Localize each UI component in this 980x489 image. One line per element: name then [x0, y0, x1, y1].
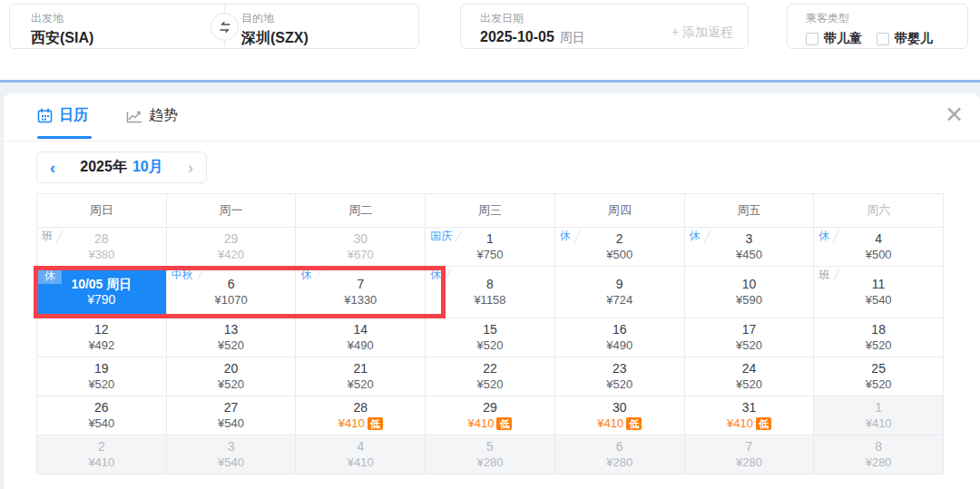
- month-navigator: ‹ 2025年10月 ›: [36, 152, 207, 183]
- calendar-cell[interactable]: 18¥520: [814, 318, 944, 357]
- cell-price: ¥410低: [597, 416, 642, 431]
- cell-price: ¥520: [606, 377, 632, 392]
- cell-date: 5: [486, 439, 494, 455]
- cell-price: ¥790: [87, 292, 115, 308]
- trend-icon: [126, 109, 142, 123]
- calendar-row: 班28¥38029¥42030¥670国庆1¥750休2¥500休3¥450休4…: [37, 228, 944, 267]
- checkbox-icon[interactable]: [877, 33, 889, 45]
- prev-month-button[interactable]: ‹: [50, 160, 55, 176]
- tab-trend[interactable]: 趋势: [126, 106, 178, 125]
- calendar-cell[interactable]: 17¥520: [685, 318, 815, 357]
- panel-tab-bar: 日历 趋势 ✕: [4, 93, 980, 142]
- cell-price: ¥280: [477, 455, 504, 470]
- calendar-cell[interactable]: 10¥590: [685, 267, 815, 318]
- destination-field[interactable]: 目的地 深圳(SZX): [241, 11, 309, 48]
- calendar-cell[interactable]: 28¥410低: [296, 396, 426, 435]
- cell-date: 22: [483, 361, 497, 377]
- origin-field[interactable]: 出发地 西安(SIA): [31, 11, 93, 48]
- search-bar: 出发地 西安(SIA) 目的地 深圳(SZX) 出发日期: [0, 0, 980, 80]
- tab-calendar[interactable]: 日历: [37, 106, 88, 125]
- date-badge: 国庆: [426, 229, 456, 243]
- calendar-cell: 30¥670: [296, 228, 426, 267]
- cell-date: 6: [616, 439, 623, 455]
- calendar-cell[interactable]: 31¥410低: [685, 396, 815, 435]
- weekday-header: 周五: [685, 194, 815, 228]
- depart-date-field[interactable]: 出发日期 2025-10-05周日: [480, 11, 585, 46]
- cell-date: 29: [483, 400, 497, 416]
- cell-date: 28: [353, 400, 368, 416]
- cell-price: ¥500: [606, 247, 632, 262]
- depart-date-value[interactable]: 2025-10-05周日: [480, 29, 585, 46]
- next-month-button[interactable]: ›: [188, 160, 193, 176]
- depart-weekday: 周日: [560, 30, 585, 44]
- date-badge: 休: [815, 229, 833, 243]
- calendar-cell[interactable]: 22¥520: [426, 357, 555, 396]
- calendar-cell[interactable]: 29¥410低: [426, 396, 555, 435]
- origin-label: 出发地: [31, 11, 93, 26]
- calendar-cell[interactable]: 休10/05 周日¥790: [37, 267, 167, 318]
- calendar-cell[interactable]: 休2¥500: [555, 228, 685, 267]
- cell-date: 17: [742, 322, 757, 337]
- calendar-cell[interactable]: 国庆1¥750: [426, 228, 555, 267]
- current-month-label: 2025年10月: [80, 158, 162, 177]
- cell-price: ¥410: [88, 455, 114, 470]
- origin-value[interactable]: 西安(SIA): [31, 29, 93, 48]
- cell-price: ¥500: [866, 247, 892, 262]
- cell-date: 3: [746, 231, 753, 247]
- calendar-cell[interactable]: 23¥520: [555, 357, 685, 396]
- calendar-cell[interactable]: 休8¥1158: [426, 267, 555, 318]
- calendar-cell[interactable]: 休3¥450: [685, 228, 815, 267]
- calendar-cell[interactable]: 20¥520: [167, 357, 297, 396]
- cell-price: ¥520: [866, 377, 892, 392]
- add-return-button[interactable]: + 添加返程: [671, 24, 733, 41]
- destination-label: 目的地: [241, 11, 309, 26]
- cell-date: 7: [357, 277, 364, 292]
- weekday-header-row: 周日周一周二周三周四周五周六: [37, 194, 944, 228]
- calendar-cell[interactable]: 24¥520: [685, 357, 815, 396]
- cell-price: ¥280: [606, 455, 632, 470]
- checkbox-with-child[interactable]: 带儿童: [806, 31, 862, 47]
- cell-price: ¥410低: [727, 416, 771, 431]
- calendar-cell[interactable]: 14¥490: [296, 318, 426, 357]
- checkbox-with-infant[interactable]: 带婴儿: [877, 31, 933, 47]
- cell-date: 1: [486, 231, 494, 247]
- calendar-cell[interactable]: 9¥724: [555, 267, 685, 318]
- cell-date: 27: [224, 400, 239, 416]
- calendar-cell[interactable]: 休7¥1330: [296, 267, 426, 318]
- swap-icon: [218, 21, 232, 34]
- cell-price: ¥540: [218, 416, 244, 431]
- cell-price: ¥380: [88, 247, 114, 262]
- passenger-card: 乘客类型 带儿童 带婴儿: [787, 4, 968, 49]
- swap-button[interactable]: [211, 13, 239, 41]
- calendar-cell[interactable]: 休4¥500: [814, 228, 944, 267]
- page-background-band: 日历 趋势 ✕ ‹ 2025年10月: [0, 83, 980, 489]
- cell-date: 18: [871, 322, 886, 337]
- destination-value[interactable]: 深圳(SZX): [241, 29, 309, 48]
- calendar-cell[interactable]: 26¥540: [37, 396, 167, 435]
- calendar-cell[interactable]: 班11¥540: [814, 267, 944, 318]
- cell-price: ¥520: [348, 377, 374, 392]
- calendar-cell[interactable]: 27¥540: [167, 396, 297, 435]
- cell-date: 1: [875, 400, 882, 416]
- close-icon[interactable]: ✕: [945, 103, 964, 126]
- calendar-cell[interactable]: 15¥520: [426, 318, 555, 357]
- calendar-cell[interactable]: 30¥410低: [555, 396, 685, 435]
- cell-price: ¥490: [606, 337, 632, 353]
- date-badge: 班: [38, 229, 56, 243]
- calendar-cell[interactable]: 12¥492: [37, 318, 167, 357]
- cell-date: 12: [94, 322, 109, 337]
- calendar-cell[interactable]: 19¥520: [37, 357, 167, 396]
- calendar-cell[interactable]: 中秋6¥1070: [167, 267, 297, 318]
- calendar-cell[interactable]: 13¥520: [167, 318, 297, 357]
- checkbox-icon[interactable]: [806, 33, 818, 45]
- calendar-cell[interactable]: 25¥520: [814, 357, 944, 396]
- cell-date: 10: [742, 277, 757, 292]
- cell-price: ¥590: [736, 292, 762, 308]
- calendar-cell[interactable]: 21¥520: [296, 357, 426, 396]
- weekday-header: 周三: [426, 194, 555, 228]
- cell-date: 31: [742, 400, 757, 416]
- date-badge: 休: [426, 268, 445, 282]
- calendar-cell[interactable]: 16¥490: [555, 318, 685, 357]
- calendar-cell: 5¥280: [426, 435, 555, 474]
- cell-date: 30: [353, 231, 368, 247]
